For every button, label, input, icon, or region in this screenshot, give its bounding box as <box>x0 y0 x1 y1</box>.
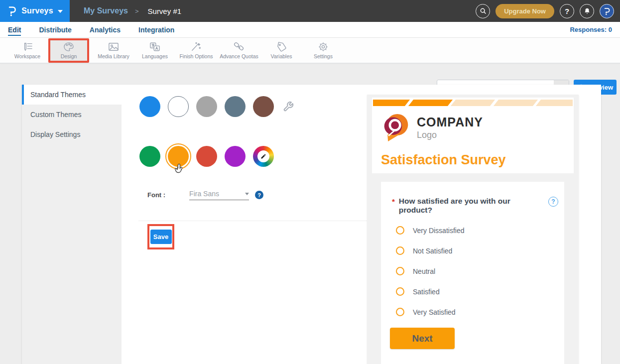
breadcrumb-my-surveys[interactable]: My Surveys <box>84 6 128 15</box>
survey-preview-panel: COMPANY Logo Satisfaction Survey * How s… <box>367 95 579 364</box>
company-pin-logo-icon <box>382 112 410 143</box>
search-icon <box>480 7 487 14</box>
questionpro-avatar-icon <box>603 7 611 15</box>
design-sidebar: Standard Themes Custom Themes Display Se… <box>22 85 122 364</box>
toolbar-item-variables[interactable]: Variables <box>262 39 300 62</box>
divider <box>138 221 368 221</box>
font-label: Font : <box>147 191 165 199</box>
question-row: * How satisfied are you with our product… <box>392 197 558 215</box>
custom-color-picker-button[interactable] <box>253 146 274 167</box>
company-logo: COMPANY Logo <box>382 112 483 143</box>
radio-icon[interactable] <box>396 226 404 235</box>
sidebar-item-custom-themes[interactable]: Custom Themes <box>22 105 122 124</box>
save-button[interactable]: Save <box>150 230 172 244</box>
option-very-dissatisfied[interactable]: Very Dissatisfied <box>396 220 464 241</box>
top-header: Surveys My Surveys > Survey #1 Upgrade N… <box>0 0 620 22</box>
chain-links-icon <box>233 42 245 52</box>
next-button[interactable]: Next <box>390 328 455 349</box>
radio-icon[interactable] <box>396 308 404 316</box>
save-annotation-box: Save <box>147 224 174 249</box>
swatch-purple[interactable] <box>225 146 246 167</box>
custom-theme-wrench-button[interactable] <box>283 101 294 114</box>
company-logo-sub: Logo <box>417 130 483 140</box>
chevron-down-icon <box>245 193 249 195</box>
toolbar-item-advance-quotas[interactable]: Advance Quotas <box>215 39 263 62</box>
pencil-icon <box>260 153 266 159</box>
swatch-orange-selected[interactable] <box>165 143 191 169</box>
tab-edit[interactable]: Edit <box>8 24 21 36</box>
sidebar-item-display-settings[interactable]: Display Settings <box>22 124 122 144</box>
magic-wand-icon <box>190 42 202 52</box>
subnav-tabs: Edit Distribute Analytics Integration <box>8 24 174 36</box>
answer-options: Very Dissatisfied Not Satisfied Neutral … <box>396 220 464 322</box>
option-not-satisfied[interactable]: Not Satisfied <box>396 241 464 261</box>
tag-icon <box>276 42 287 52</box>
bell-icon <box>584 7 591 15</box>
swatch-white[interactable] <box>168 96 189 117</box>
radio-icon[interactable] <box>396 246 404 255</box>
tab-distribute[interactable]: Distribute <box>39 24 71 36</box>
survey-title: Satisfaction Survey <box>381 152 506 168</box>
question-text: How satisfied are you with our product? <box>399 197 543 215</box>
option-neutral[interactable]: Neutral <box>396 261 464 281</box>
toolbar-item-media-library[interactable]: Media Library <box>91 39 136 62</box>
breadcrumb: My Surveys > Survey #1 <box>84 6 181 15</box>
swatch-red[interactable] <box>196 146 217 167</box>
help-button[interactable]: ? <box>560 4 574 18</box>
company-logo-text: COMPANY Logo <box>417 115 483 140</box>
swatch-gray[interactable] <box>196 96 217 117</box>
header-actions: Upgrade Now ? <box>476 4 620 18</box>
color-picker-pencil <box>257 150 269 162</box>
option-satisfied[interactable]: Satisfied <box>396 281 464 302</box>
wrench-icon <box>283 101 294 112</box>
font-row: Font : Fira Sans ? <box>147 190 263 200</box>
swatch-slate[interactable] <box>225 96 246 117</box>
swatch-orange <box>168 146 189 167</box>
toolbar-item-workspace[interactable]: Workspace <box>6 39 48 62</box>
survey-progress-bar <box>373 100 573 106</box>
font-help-icon[interactable]: ? <box>255 191 263 199</box>
toolbar-item-settings[interactable]: Settings <box>303 39 344 62</box>
account-avatar-button[interactable] <box>600 4 614 18</box>
toolbar-item-design[interactable]: Design <box>48 38 89 63</box>
company-name: COMPANY <box>417 115 483 129</box>
edit-toolbar: Workspace Design Media Library Languages <box>0 38 620 63</box>
breadcrumb-current-survey: Survey #1 <box>148 7 182 15</box>
gear-icon <box>318 42 329 52</box>
sidebar-item-standard-themes[interactable]: Standard Themes <box>22 85 122 105</box>
tab-integration[interactable]: Integration <box>138 24 174 36</box>
breadcrumb-separator: > <box>135 7 139 15</box>
question-help-icon[interactable]: ? <box>548 197 558 207</box>
search-button[interactable] <box>476 4 490 18</box>
questionpro-logo-icon <box>7 5 17 16</box>
swatch-brown[interactable] <box>253 96 274 117</box>
survey-subnav: Edit Distribute Analytics Integration Re… <box>0 22 620 38</box>
palette-icon <box>63 42 74 52</box>
notifications-button[interactable] <box>580 4 594 18</box>
workspace-icon <box>21 42 33 52</box>
surveys-menu-label: Surveys <box>21 6 53 15</box>
question-card: * How satisfied are you with our product… <box>381 182 564 364</box>
tab-analytics[interactable]: Analytics <box>90 24 121 36</box>
translate-icon <box>149 42 161 52</box>
questionpro-design-page: Surveys My Surveys > Survey #1 Upgrade N… <box>0 0 620 364</box>
font-select-value: Fira Sans <box>189 190 219 198</box>
option-very-satisfied[interactable]: Very Satisfied <box>396 302 464 322</box>
toolbar-item-finish-options[interactable]: Finish Options <box>174 39 218 62</box>
radio-icon[interactable] <box>396 267 404 275</box>
responses-count[interactable]: Responses: 0 <box>570 26 612 33</box>
swatch-green[interactable] <box>139 146 160 167</box>
preview-header-card: COMPANY Logo Satisfaction Survey <box>372 98 574 173</box>
image-icon <box>108 42 120 52</box>
toolbar-item-languages[interactable]: Languages <box>135 39 174 62</box>
chevron-down-icon <box>58 10 63 13</box>
upgrade-now-button[interactable]: Upgrade Now <box>496 4 554 18</box>
radio-icon[interactable] <box>396 287 404 296</box>
design-card: Standard Themes Custom Themes Display Se… <box>22 85 601 364</box>
swatch-blue[interactable] <box>139 96 160 117</box>
surveys-menu-button[interactable]: Surveys <box>0 0 70 22</box>
font-select[interactable]: Fira Sans <box>189 190 249 200</box>
required-asterisk: * <box>392 197 395 206</box>
